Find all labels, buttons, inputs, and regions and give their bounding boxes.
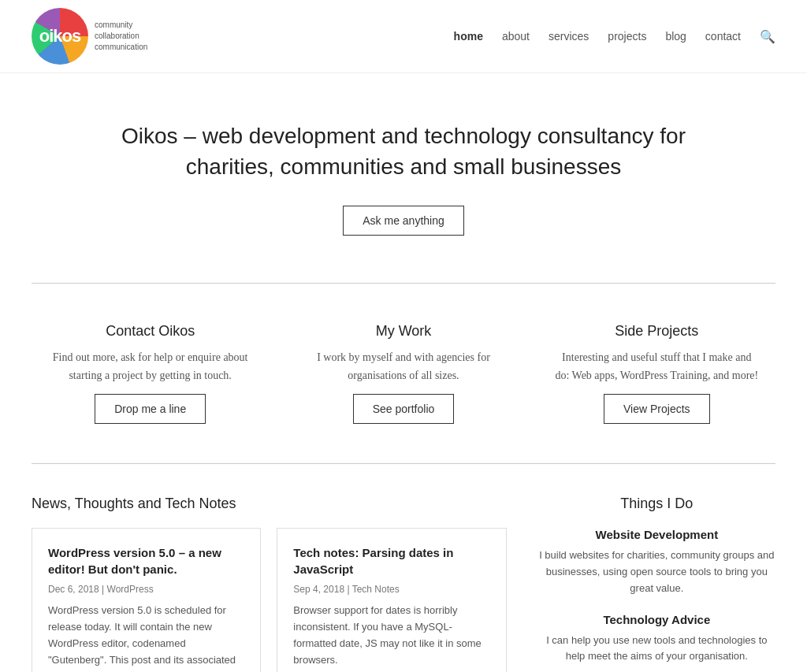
things-item-1-title: Website Development (538, 528, 775, 541)
nav-contact[interactable]: contact (705, 30, 741, 43)
logo-icon: oikos (32, 8, 88, 65)
hero-heading: Oikos – web development and technology c… (80, 121, 727, 182)
hero-section: Oikos – web development and technology c… (49, 73, 758, 275)
column-projects-desc: Interesting and useful stuff that I make… (554, 349, 759, 384)
nav-projects[interactable]: projects (608, 30, 646, 43)
news-card-1-body: WordPress version 5.0 is scheduled for r… (48, 603, 244, 672)
column-contact-title: Contact Oikos (106, 323, 195, 340)
news-card-2: Tech notes: Parsing dates in JavaScript … (277, 528, 506, 672)
site-header: oikos community collaboration communicat… (0, 0, 807, 73)
news-card-1-title: WordPress version 5.0 – a new editor! Bu… (48, 544, 244, 577)
things-item-2: Technology Advice I can help you use new… (538, 613, 775, 666)
nav-home[interactable]: home (454, 30, 483, 43)
news-card-2-meta: Sep 4, 2018 | Tech Notes (293, 584, 489, 595)
things-item-1: Website Development I build websites for… (538, 528, 775, 596)
logo-tagline: community collaboration communication (95, 20, 147, 53)
main-nav: home about services projects blog contac… (454, 29, 775, 44)
news-section-title: News, Thoughts and Tech Notes (32, 496, 507, 512)
bottom-area: News, Thoughts and Tech Notes WordPress … (0, 488, 807, 672)
things-item-1-desc: I build websites for charities, communit… (538, 548, 775, 596)
ask-anything-button[interactable]: Ask me anything (343, 206, 464, 236)
divider-2 (32, 463, 775, 464)
nav-services[interactable]: services (549, 30, 589, 43)
column-contact: Contact Oikos Find out more, ask for hel… (32, 323, 269, 424)
drop-line-button[interactable]: Drop me a line (95, 394, 206, 424)
column-work-desc: I work by myself and with agencies for o… (301, 349, 506, 384)
column-projects: Side Projects Interesting and useful stu… (538, 323, 775, 424)
logo[interactable]: oikos community collaboration communicat… (32, 8, 147, 65)
three-columns: Contact Oikos Find out more, ask for hel… (0, 307, 807, 455)
column-work: My Work I work by myself and with agenci… (284, 323, 522, 424)
nav-blog[interactable]: blog (665, 30, 686, 43)
news-card-2-body: Browser support for dates is horribly in… (293, 603, 489, 668)
see-portfolio-button[interactable]: See portfolio (353, 394, 455, 424)
view-projects-button[interactable]: View Projects (604, 394, 710, 424)
column-contact-desc: Find out more, ask for help or enquire a… (48, 349, 253, 384)
divider-1 (32, 283, 775, 284)
logo-wordmark: oikos (39, 26, 80, 46)
things-section-title: Things I Do (538, 496, 775, 512)
column-work-title: My Work (376, 323, 432, 340)
news-card-2-title: Tech notes: Parsing dates in JavaScript (293, 544, 489, 577)
column-projects-title: Side Projects (615, 323, 698, 340)
news-card-1-meta: Dec 6, 2018 | WordPress (48, 584, 244, 595)
things-section: Things I Do Website Development I build … (538, 496, 775, 672)
search-button[interactable]: 🔍 (760, 29, 775, 44)
news-section: News, Thoughts and Tech Notes WordPress … (32, 496, 507, 672)
news-cards: WordPress version 5.0 – a new editor! Bu… (32, 528, 507, 672)
things-item-2-title: Technology Advice (538, 613, 775, 626)
news-card-1: WordPress version 5.0 – a new editor! Bu… (32, 528, 261, 672)
nav-about[interactable]: about (502, 30, 530, 43)
things-item-2-desc: I can help you use new tools and technol… (538, 633, 775, 666)
